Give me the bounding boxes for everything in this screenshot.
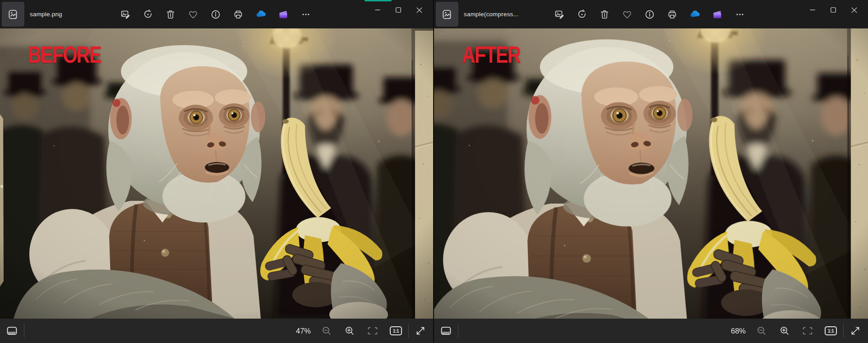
onedrive-button[interactable]	[688, 7, 701, 22]
accent-strip	[365, 0, 392, 1]
filename-label: sample.png	[30, 0, 62, 28]
zoom-out-icon	[321, 325, 332, 336]
rotate-icon	[143, 9, 153, 20]
actual-size-button[interactable]: 1:1	[390, 326, 402, 335]
minimize-icon	[810, 7, 815, 13]
filmstrip-toggle-button[interactable]	[5, 324, 19, 337]
onedrive-button[interactable]	[254, 7, 267, 22]
toolbar	[119, 0, 322, 28]
see-more-button[interactable]	[300, 7, 312, 22]
titlebar: sample.png	[0, 0, 433, 28]
close-icon	[851, 7, 857, 13]
maximize-button[interactable]	[388, 1, 409, 19]
photo-viewport[interactable]: BEFORE	[0, 28, 433, 319]
fit-to-window-button[interactable]	[802, 325, 813, 337]
fullscreen-icon	[850, 325, 861, 336]
onedrive-cloud-icon	[255, 9, 267, 20]
minimize-icon	[375, 7, 380, 13]
filmstrip-toggle-button[interactable]	[439, 324, 453, 337]
file-info-button[interactable]	[643, 7, 656, 22]
statusbar-divider	[24, 324, 24, 338]
statusbar-divider	[843, 324, 844, 338]
toolbar	[553, 0, 756, 28]
photos-app-icon	[7, 9, 19, 20]
delete-button[interactable]	[598, 7, 611, 22]
clipchamp-icon	[712, 9, 723, 20]
rotate-icon	[577, 9, 587, 20]
print-button[interactable]	[666, 7, 679, 22]
info-icon	[210, 9, 221, 20]
zoom-in-icon	[779, 325, 790, 336]
edit-image-icon	[554, 9, 565, 20]
edit-image-button[interactable]	[553, 7, 566, 22]
maximize-icon	[831, 7, 836, 13]
zoom-controls: 47% 1:1	[293, 319, 433, 343]
favorite-button[interactable]	[621, 7, 633, 22]
zoom-level-label: 47%	[293, 327, 311, 335]
see-more-button[interactable]	[734, 7, 746, 22]
info-icon	[644, 9, 655, 20]
photo-overlay-label: AFTER	[462, 41, 520, 69]
fit-to-window-icon	[802, 325, 813, 336]
print-button[interactable]	[232, 7, 245, 22]
statusbar-divider	[458, 324, 458, 338]
zoom-out-button[interactable]	[321, 325, 332, 337]
fit-to-window-icon	[367, 325, 378, 336]
zoom-in-icon	[344, 325, 355, 336]
minimize-button[interactable]	[367, 1, 388, 19]
edit-image-icon	[120, 9, 131, 20]
maximize-button[interactable]	[823, 1, 844, 19]
photo-overlay-label: BEFORE	[28, 41, 101, 69]
print-icon	[667, 9, 678, 20]
close-button[interactable]	[844, 1, 864, 19]
ellipsis-icon	[734, 9, 745, 20]
clipchamp-icon	[278, 9, 289, 20]
filmstrip-icon	[440, 325, 452, 337]
file-info-button[interactable]	[209, 7, 222, 22]
zoom-in-button[interactable]	[344, 325, 356, 337]
fullscreen-button[interactable]	[415, 325, 426, 337]
actual-size-button[interactable]: 1:1	[825, 326, 837, 335]
desktop: sample.png	[0, 0, 868, 343]
photos-window-after: sample(compress...	[434, 0, 868, 343]
print-icon	[233, 9, 244, 20]
clipchamp-button[interactable]	[711, 7, 724, 22]
statusbar: 68% 1:1	[434, 319, 868, 343]
window-controls	[802, 0, 864, 20]
rotate-button[interactable]	[142, 7, 154, 22]
filename-label: sample(compress...	[464, 0, 518, 28]
clipchamp-button[interactable]	[277, 7, 290, 22]
photos-app-icon-button[interactable]	[436, 2, 458, 27]
delete-icon	[165, 9, 176, 20]
statusbar-divider	[408, 324, 409, 338]
zoom-out-icon	[756, 325, 767, 336]
zoom-level-label: 68%	[728, 327, 746, 335]
close-icon	[416, 7, 422, 13]
photos-app-icon	[441, 9, 453, 20]
heart-icon	[188, 9, 199, 20]
filmstrip-icon	[6, 325, 18, 337]
titlebar: sample(compress...	[434, 0, 868, 28]
photos-app-icon-button[interactable]	[2, 2, 24, 27]
photo-after	[434, 28, 868, 319]
photo-before	[0, 28, 433, 319]
ellipsis-icon	[300, 9, 311, 20]
favorite-button[interactable]	[187, 7, 199, 22]
zoom-out-button[interactable]	[756, 325, 767, 337]
onedrive-cloud-icon	[689, 9, 701, 20]
photo-viewport[interactable]: AFTER	[434, 28, 868, 319]
heart-icon	[622, 9, 633, 20]
rotate-button[interactable]	[576, 7, 588, 22]
delete-icon	[599, 9, 610, 20]
minimize-button[interactable]	[802, 1, 823, 19]
statusbar: 47% 1:1	[0, 319, 433, 343]
fullscreen-button[interactable]	[850, 325, 861, 337]
window-controls	[367, 0, 429, 20]
zoom-in-button[interactable]	[779, 325, 790, 337]
edit-image-button[interactable]	[119, 7, 132, 22]
fit-to-window-button[interactable]	[367, 325, 379, 337]
maximize-icon	[396, 7, 401, 13]
delete-button[interactable]	[164, 7, 177, 22]
fullscreen-icon	[415, 325, 426, 336]
close-button[interactable]	[409, 1, 429, 19]
